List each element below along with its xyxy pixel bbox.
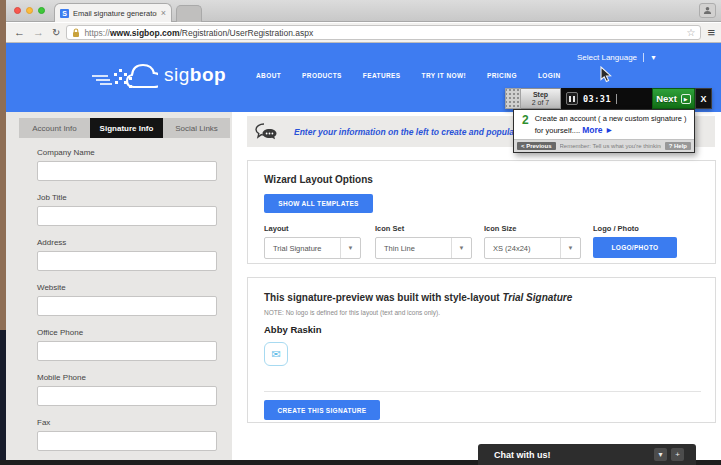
icon-set-select-value: Thin Line (376, 244, 451, 253)
email-icon[interactable]: ✉ (264, 342, 288, 366)
field-group-website: Website (37, 283, 217, 316)
url-scheme: https:// (84, 28, 110, 38)
icon-set-label: Icon Set (375, 224, 472, 233)
reload-button[interactable]: ↻ (48, 28, 64, 38)
reminder-text: Remember: Tell us what you're thinking (560, 143, 661, 149)
fax-input[interactable] (37, 431, 217, 451)
url-path: /Registration/UserRegistration.aspx (179, 28, 313, 38)
banner-text: Enter your information on the left to cr… (294, 127, 542, 137)
panel-tabs: Account Info Signature Info Social Links (19, 118, 230, 138)
cloud-logo-icon (90, 55, 158, 95)
minimize-window-button[interactable] (26, 7, 33, 14)
tab-signature-info[interactable]: Signature Info (90, 118, 163, 138)
brand-sig: sig (164, 64, 190, 85)
tutorial-close-button[interactable]: X (695, 88, 712, 109)
tab-account-info[interactable]: Account Info (19, 118, 90, 138)
brand-text: sigbop (164, 64, 226, 86)
address-input[interactable] (37, 251, 217, 271)
url-text: https://www.sigbop.com/Registration/User… (84, 28, 682, 38)
preview-style-name: Trial Signature (502, 292, 572, 303)
chat-collapse-icon[interactable]: ▾ (654, 448, 667, 461)
play-icon: ▶ (681, 94, 691, 104)
browser-toolbar: ← → ↻ https://www.sigbop.com/Registratio… (6, 23, 721, 43)
profile-button[interactable] (699, 3, 716, 18)
field-group-office-phone: Office Phone (37, 328, 217, 361)
next-label: Next (656, 93, 677, 104)
icon-size-label: Icon Size (484, 224, 581, 233)
new-tab-button[interactable] (176, 5, 202, 22)
website-input[interactable] (37, 296, 217, 316)
chat-widget[interactable]: Chat with us! ▾ + (478, 444, 696, 465)
preview-note: NOTE: No logo is defined for this layout… (264, 309, 440, 316)
sigbop-logo[interactable]: sigbop (90, 55, 226, 95)
nav-about[interactable]: ABOUT (256, 72, 281, 79)
signature-info-form: Company Name Job Title Address Website O… (37, 148, 217, 463)
bookmark-star-icon[interactable]: ☆ (686, 28, 695, 38)
main-nav: ABOUT PRODUCTS FEATURES TRY IT NOW! PRIC… (256, 72, 561, 79)
step-indicator: Step 2 of 7 (521, 88, 561, 109)
tab-social-links[interactable]: Social Links (163, 118, 230, 138)
layout-select[interactable]: Trial Signature ▼ (264, 237, 361, 259)
zoom-window-button[interactable] (38, 7, 45, 14)
mobile-phone-input[interactable] (37, 386, 217, 406)
next-button[interactable]: Next ▶ (652, 88, 695, 109)
chevron-down-icon: ▼ (340, 238, 360, 258)
field-group-company-name: Company Name (37, 148, 217, 181)
more-link[interactable]: More ► (582, 125, 613, 135)
job-title-input[interactable] (37, 206, 217, 226)
layout-select-value: Trial Signature (265, 244, 340, 253)
nav-features[interactable]: FEATURES (363, 72, 401, 79)
nav-login[interactable]: LOGIN (538, 72, 561, 79)
browser-tab[interactable]: S Email signature generator e × (54, 3, 172, 22)
tooltip-step-number: 2 (522, 114, 529, 136)
show-all-templates-button[interactable]: SHOW ALL TEMPLATES (264, 194, 373, 213)
logo-photo-button[interactable]: LOGO/PHOTO (593, 237, 677, 258)
job-title-label: Job Title (37, 193, 217, 202)
pause-icon[interactable] (566, 92, 578, 105)
preview-title-prefix: This signature-preview was built with st… (264, 292, 502, 303)
create-signature-button[interactable]: CREATE THIS SIGNATURE (264, 400, 380, 420)
person-icon (703, 6, 712, 15)
step-word: Step (521, 91, 560, 99)
browser-menu-icon[interactable]: ≡ (707, 26, 715, 39)
office-phone-input[interactable] (37, 341, 217, 361)
chat-expand-icon[interactable]: + (671, 448, 684, 461)
icon-size-select[interactable]: XS (24x24) ▼ (484, 237, 581, 259)
company-name-label: Company Name (37, 148, 217, 157)
tab-close-icon[interactable]: × (161, 9, 166, 18)
tab-title: Email signature generator e (73, 9, 157, 18)
address-bar[interactable]: https://www.sigbop.com/Registration/User… (66, 25, 701, 40)
icon-set-control: Icon Set Thin Line ▼ (375, 224, 472, 259)
chevron-down-icon: ▼ (451, 238, 471, 258)
logo-photo-label: Logo / Photo (593, 224, 677, 233)
icon-size-control: Icon Size XS (24x24) ▼ (484, 224, 581, 259)
drag-handle-icon[interactable] (505, 88, 521, 109)
preview-title: This signature-preview was built with st… (264, 292, 572, 303)
preview-divider (264, 391, 701, 392)
back-button[interactable]: ← (10, 27, 29, 38)
mobile-phone-label: Mobile Phone (37, 373, 217, 382)
brand-bop: bop (190, 64, 226, 85)
language-divider (643, 53, 644, 62)
website-label: Website (37, 283, 217, 292)
chevron-down-icon: ▼ (560, 238, 580, 258)
close-window-button[interactable] (14, 7, 21, 14)
chat-label: Chat with us! (494, 450, 654, 460)
nav-try-it-now[interactable]: TRY IT NOW! (422, 72, 466, 79)
wizard-layout-options-card: Wizard Layout Options SHOW ALL TEMPLATES… (247, 160, 716, 264)
forward-button[interactable]: → (29, 27, 48, 38)
help-button[interactable]: ? Help (665, 142, 691, 150)
language-dropdown-icon: ▼ (650, 54, 657, 61)
language-selector[interactable]: Select Language ▼ (577, 53, 657, 62)
step-count: 2 of 7 (521, 99, 560, 107)
preview-person-name: Abby Raskin (264, 324, 322, 335)
nav-products[interactable]: PRODUCTS (302, 72, 342, 79)
company-name-input[interactable] (37, 161, 217, 181)
tutorial-step-bar: Step 2 of 7 03:31 Next ▶ X (505, 88, 712, 109)
icon-set-select[interactable]: Thin Line ▼ (375, 237, 472, 259)
nav-pricing[interactable]: PRICING (487, 72, 517, 79)
chat-bubbles-icon (255, 123, 278, 140)
field-group-fax: Fax (37, 418, 217, 451)
field-group-job-title: Job Title (37, 193, 217, 226)
previous-button[interactable]: < Previous (517, 142, 556, 150)
